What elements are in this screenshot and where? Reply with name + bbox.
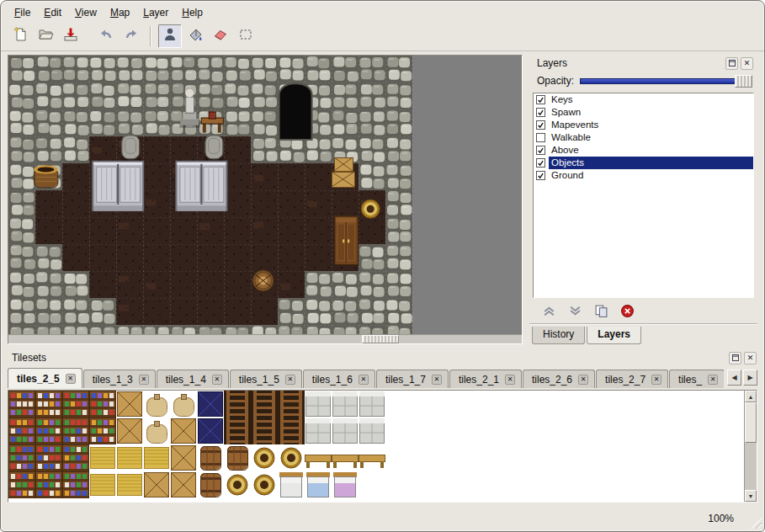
close-tab-icon[interactable]: ✕ [139, 375, 149, 385]
eraser-button[interactable] [209, 24, 232, 48]
layer-name: Mapevents [549, 119, 753, 131]
toolbar [1, 22, 764, 51]
layer-row-objects[interactable]: Objects [534, 157, 753, 169]
close-tab-icon[interactable]: ✕ [285, 375, 295, 385]
dock-tab-layers[interactable]: Layers [587, 327, 641, 344]
fill-button[interactable] [183, 24, 207, 48]
new-button[interactable] [8, 24, 32, 48]
menu-edit[interactable]: Edit [37, 5, 68, 20]
menu-help[interactable]: Help [175, 5, 210, 20]
move-up-layer-button[interactable] [541, 305, 556, 320]
layer-checkbox-keys[interactable] [536, 95, 545, 104]
open-button[interactable] [34, 24, 57, 48]
opacity-slider[interactable] [580, 74, 752, 88]
map-panel [8, 55, 523, 344]
map-horizontal-scrollbar[interactable] [8, 334, 522, 343]
layer-checkbox-spawn[interactable] [536, 108, 545, 117]
tileset-tab-label: tiles_2_1 [459, 374, 499, 386]
close-tab-icon[interactable]: ✕ [359, 375, 369, 385]
new-icon [12, 26, 29, 46]
tileset-tab-tiles_1_7[interactable]: tiles_1_7✕ [376, 370, 449, 388]
map-canvas[interactable] [8, 56, 522, 334]
move-down-icon [568, 304, 582, 322]
undo-icon [98, 26, 114, 46]
stamp-icon [162, 26, 178, 46]
toolbar-separator [150, 26, 151, 46]
layers-panel-titlebar: Layers ✕ [529, 55, 757, 72]
move-down-layer-button[interactable] [567, 305, 582, 320]
status-bar: 100% [1, 506, 764, 531]
tileset-tab-tiles_1_6[interactable]: tiles_1_6✕ [303, 370, 375, 388]
menu-map[interactable]: Map [104, 5, 136, 20]
fill-icon [187, 26, 204, 46]
dock-tab-history[interactable]: History [532, 327, 585, 344]
scroll-up-button[interactable]: ▲ [745, 391, 757, 402]
app-window: FileEditViewMapLayerHelp Layers ✕ Opacit… [0, 0, 765, 532]
float-panel-button[interactable] [729, 352, 741, 364]
opacity-slider-handle[interactable] [735, 75, 752, 88]
scroll-tabs-left-button[interactable]: ◀ [727, 370, 741, 386]
tileset-tab-tiles_1_4[interactable]: tiles_1_4✕ [157, 370, 229, 388]
save-button[interactable] [59, 24, 82, 48]
layer-name: Ground [549, 169, 753, 182]
close-tab-icon[interactable]: ✕ [505, 375, 515, 385]
tileset-tab-label: tiles_2_5 [17, 373, 60, 385]
layer-row-walkable[interactable]: Walkable [534, 131, 753, 144]
opacity-label: Opacity: [537, 75, 574, 87]
close-tab-icon[interactable]: ✕ [432, 375, 442, 385]
layer-name: Above [549, 144, 753, 157]
vertical-scrollbar-thumb[interactable] [745, 402, 757, 443]
select-button[interactable] [234, 24, 258, 48]
close-panel-button[interactable]: ✕ [741, 57, 753, 70]
horizontal-scrollbar-thumb[interactable] [362, 335, 399, 343]
stamp-button[interactable] [158, 24, 182, 48]
layer-checkbox-objects[interactable] [536, 158, 545, 168]
redo-button[interactable] [120, 24, 143, 48]
layer-row-above[interactable]: Above [534, 144, 753, 157]
undo-button[interactable] [94, 24, 118, 48]
layer-row-spawn[interactable]: Spawn [534, 106, 753, 119]
layer-name: Objects [549, 157, 753, 169]
close-tab-icon[interactable]: ✕ [651, 375, 661, 385]
tileset-tab-label: tiles_1_5 [239, 374, 279, 386]
delete-layer-button[interactable] [619, 305, 635, 320]
tileset-tab-tiles_[interactable]: tiles_✕ [669, 370, 724, 388]
duplicate-layer-button[interactable] [593, 305, 608, 320]
tileset-tab-tiles_1_5[interactable]: tiles_1_5✕ [230, 370, 302, 388]
menu-view[interactable]: View [68, 5, 104, 20]
layer-row-mapevents[interactable]: Mapevents [534, 119, 753, 131]
tileset-tab-label: tiles_2_7 [605, 374, 645, 386]
layer-checkbox-mapevents[interactable] [536, 120, 545, 130]
close-tab-icon[interactable]: ✕ [212, 375, 222, 385]
tileset-tab-tiles_2_6[interactable]: tiles_2_6✕ [523, 370, 595, 388]
menu-layer[interactable]: Layer [136, 5, 175, 20]
float-panel-button[interactable] [725, 57, 738, 70]
close-panel-button[interactable]: ✕ [744, 352, 757, 364]
tileset-canvas[interactable] [8, 391, 458, 503]
close-tab-icon[interactable]: ✕ [66, 374, 76, 384]
close-tab-icon[interactable]: ✕ [578, 375, 588, 385]
scroll-down-button[interactable]: ▼ [745, 490, 757, 502]
layer-checkbox-ground[interactable] [536, 171, 545, 180]
tileset-vertical-scrollbar[interactable]: ▲ ▼ [744, 391, 757, 502]
layer-row-ground[interactable]: Ground [534, 169, 753, 182]
menu-file[interactable]: File [8, 5, 37, 20]
tileset-tabs-row: tiles_2_5✕tiles_1_3✕tiles_1_4✕tiles_1_5✕… [4, 366, 761, 388]
layer-checkbox-walkable[interactable] [536, 133, 545, 142]
layer-list: KeysSpawnMapeventsWalkableAboveObjectsGr… [533, 93, 754, 298]
layers-panel: Layers ✕ Opacity: KeysSpawnMapeventsWalk… [529, 55, 757, 344]
save-icon [62, 26, 79, 46]
tileset-tab-tiles_1_3[interactable]: tiles_1_3✕ [83, 370, 156, 388]
eraser-icon [212, 26, 229, 46]
close-tab-icon[interactable]: ✕ [708, 375, 718, 385]
tileset-tab-tiles_2_7[interactable]: tiles_2_7✕ [596, 370, 668, 388]
tileset-tab-tiles_2_1[interactable]: tiles_2_1✕ [449, 370, 522, 388]
move-up-icon [542, 304, 556, 322]
zoom-level: 100% [708, 513, 734, 524]
tileset-tab-tiles_2_5[interactable]: tiles_2_5✕ [8, 368, 82, 388]
layer-checkbox-above[interactable] [536, 146, 545, 155]
layer-buttons [529, 298, 757, 324]
scroll-tabs-right-button[interactable]: ▶ [743, 370, 757, 386]
layer-name: Keys [549, 93, 753, 106]
layer-row-keys[interactable]: Keys [534, 93, 753, 106]
